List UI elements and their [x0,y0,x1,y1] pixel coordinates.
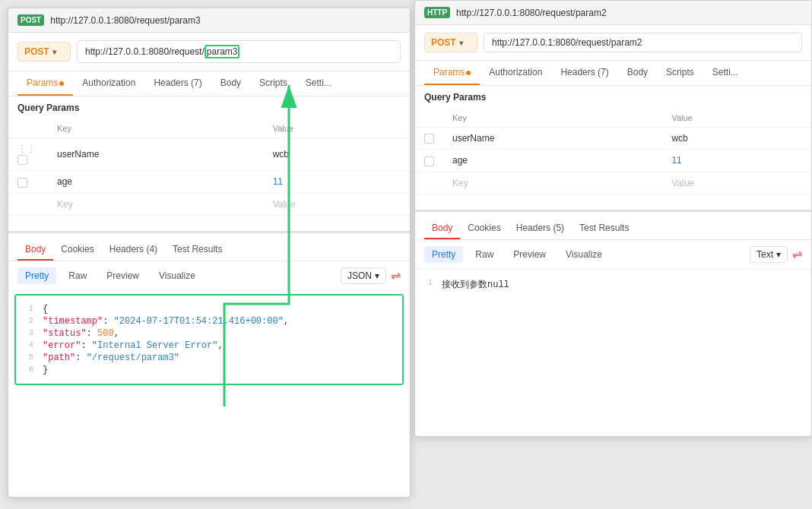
left-row1-key[interactable]: userName [48,138,264,171]
right-fmt-preview[interactable]: Preview [506,246,553,263]
right-tab-authorization[interactable]: Authorization [480,61,551,85]
left-response-tabs: Body Cookies Headers (4) Test Results [8,233,410,261]
left-tab-params[interactable]: Params [17,71,73,96]
left-params-dot [59,81,64,86]
table-row: ⋮⋮ userName wcb [8,138,410,171]
left-tabs-bar: Params Authorization Headers (7) Body Sc… [8,71,410,96]
right-fmt-visualize[interactable]: Visualize [558,246,610,263]
code-line-1: 1 { [16,303,402,315]
right-tab-headers[interactable]: Headers (7) [551,61,617,85]
table-row-placeholder: Key Value [8,193,410,215]
right-fmt-raw[interactable]: Raw [468,246,501,263]
left-format-bar: Pretty Raw Preview Visualize JSON ▾ ⇌ [8,261,410,291]
right-params-dot [466,71,471,75]
right-code-line-1: 1 接收到参数null [415,277,811,292]
left-placeholder-value[interactable]: Value [264,193,410,215]
left-fmt-preview[interactable]: Preview [99,267,147,284]
left-url-prefix: http://127.0.0.1:8080/request/ [85,46,205,57]
left-tab-settings[interactable]: Setti... [297,71,341,96]
left-value-header: Value [264,119,410,138]
right-resp-body[interactable]: Body [424,218,460,239]
right-resp-test-results[interactable]: Test Results [572,218,636,239]
right-query-params-label: Query Params [415,86,811,109]
right-format-chevron: ▾ [776,249,781,260]
code-line-5: 5 "path": "/request/param3" [16,352,402,364]
right-row1-value[interactable]: wcb [662,128,811,150]
right-url-input[interactable]: http://127.0.0.1:8080/request/param2 [484,33,802,52]
right-format-type: Text [756,249,773,260]
right-format-bar: Pretty Raw Preview Visualize Text ▾ ⇌ [415,240,811,270]
table-row: age 11 [8,171,410,193]
left-window-url: http://127.0.0.1:8080/request/param3 [50,15,200,26]
right-tab-body[interactable]: Body [618,61,657,85]
left-tab-body[interactable]: Body [211,71,250,96]
row1-checkbox[interactable] [17,155,27,165]
right-tab-settings[interactable]: Setti... [703,61,747,85]
table-row: userName wcb [415,128,811,150]
left-resp-body[interactable]: Body [17,239,53,261]
right-method-select[interactable]: POST ▾ [424,33,477,52]
right-placeholder-value[interactable]: Value [662,172,811,194]
row2-checkbox[interactable] [17,178,27,188]
right-url-value: http://127.0.0.1:8080/request/param2 [492,37,642,48]
right-row2-checkbox[interactable] [424,156,434,166]
left-row1-value[interactable]: wcb [264,138,410,171]
left-fmt-pretty[interactable]: Pretty [17,267,56,284]
left-format-type: JSON [347,270,372,281]
left-format-chevron: ▾ [375,270,379,281]
right-tabs-bar: Params Authorization Headers (7) Body Sc… [415,61,811,86]
right-tab-scripts[interactable]: Scripts [657,61,703,85]
right-method-chevron: ▾ [459,39,463,47]
right-window: HTTP http://127.0.0.1:8080/request/param… [414,0,812,437]
right-params-table: Key Value userName wcb age 11 [415,109,811,194]
right-fmt-pretty[interactable]: Pretty [424,246,463,263]
code-line-6: 6 } [16,364,402,376]
left-tab-scripts[interactable]: Scripts [250,71,297,96]
left-code-viewer: 1 { 2 "timestamp": "2024-07-17T01:54:21.… [16,296,402,384]
right-row2-key[interactable]: age [443,150,662,172]
left-tab-headers[interactable]: Headers (7) [144,71,211,96]
left-request-bar: POST ▾ http://127.0.0.1:8080/request/par… [8,33,410,71]
left-resp-cookies[interactable]: Cookies [53,239,101,261]
left-query-params-label: Query Params [8,96,410,119]
left-tab-authorization[interactable]: Authorization [73,71,144,96]
left-row2-value[interactable]: 11 [264,171,410,193]
code-line-2: 2 "timestamp": "2024-07-17T01:54:21.416+… [16,315,402,327]
drag-handle[interactable]: ⋮⋮ [17,144,36,154]
table-row: age 11 [415,150,811,172]
right-placeholder-key[interactable]: Key [443,172,662,194]
right-resp-cookies[interactable]: Cookies [460,218,508,239]
right-code-viewer: 1 接收到参数null [415,270,811,299]
right-format-select[interactable]: Text ▾ [750,246,788,263]
left-wrap-icon[interactable]: ⇌ [391,268,401,283]
right-row2-value[interactable]: 11 [662,150,811,172]
left-method-chevron: ▾ [52,48,56,56]
left-resp-test-results[interactable]: Test Results [165,239,230,261]
right-response-tabs: Body Cookies Headers (5) Test Results [415,212,811,240]
right-method-label: POST [431,37,456,48]
code-line-3: 3 "status": 500, [16,327,402,340]
right-value-header: Value [662,109,811,128]
left-key-header: Key [48,119,264,138]
right-row1-checkbox[interactable] [424,134,434,144]
right-row1-key[interactable]: userName [443,128,662,150]
left-placeholder-key[interactable]: Key [48,193,264,215]
code-line-4: 4 "error": "Internal Server Error", [16,340,402,352]
left-method-label: POST [24,46,49,57]
right-wrap-icon[interactable]: ⇌ [792,247,802,261]
left-method-select[interactable]: POST ▾ [17,42,71,62]
left-window: POST http://127.0.0.1:8080/request/param… [8,8,411,498]
left-fmt-raw[interactable]: Raw [61,267,94,284]
left-params-table: Key Value ⋮⋮ userName wcb [8,119,410,216]
left-title-bar: POST http://127.0.0.1:8080/request/param… [8,8,410,33]
right-resp-headers[interactable]: Headers (5) [509,218,572,239]
left-resp-headers[interactable]: Headers (4) [102,239,165,261]
left-url-input[interactable]: http://127.0.0.1:8080/request/param3 [77,40,401,63]
right-tab-params[interactable]: Params [424,61,480,85]
left-format-select[interactable]: JSON ▾ [341,267,386,284]
left-fmt-visualize[interactable]: Visualize [151,267,203,284]
right-window-url: http://127.0.0.1:8080/request/param2 [456,8,606,18]
left-row2-key[interactable]: age [48,171,264,193]
right-request-bar: POST ▾ http://127.0.0.1:8080/request/par… [415,25,811,61]
left-url-param-highlight: param3 [205,45,240,58]
